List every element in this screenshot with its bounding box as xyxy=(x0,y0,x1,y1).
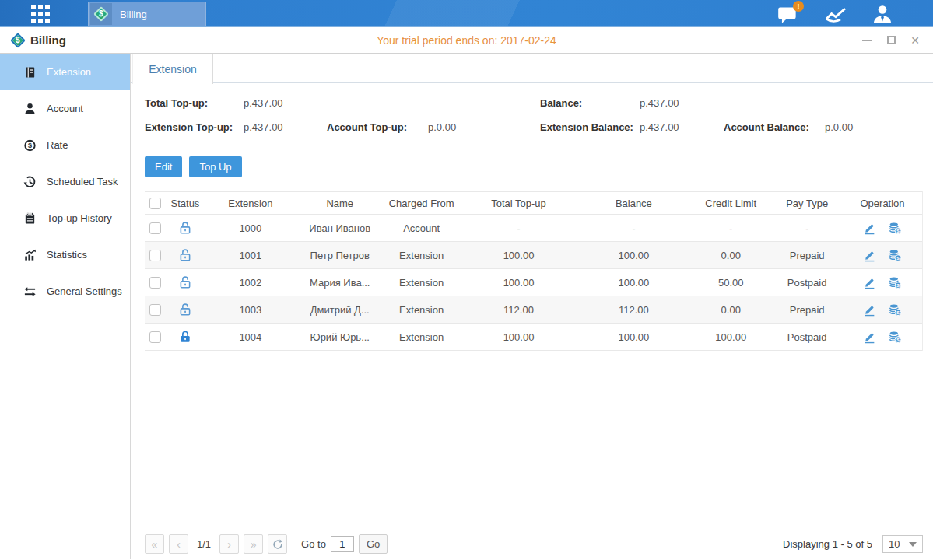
table-header: Status Extension Name Charged From Total… xyxy=(145,191,922,215)
edit-icon[interactable] xyxy=(863,331,876,344)
cell-balance: 100.00 xyxy=(577,250,690,261)
window-title-bar: Your trial period ends on: 2017-02-24 $ … xyxy=(0,27,933,54)
refresh-icon[interactable] xyxy=(268,534,287,554)
lock-closed-icon xyxy=(178,330,192,344)
column-header-operation: Operation xyxy=(843,198,922,209)
sidebar-item-scheduled-task[interactable]: Scheduled Task xyxy=(0,163,130,200)
cell-credit-limit: 0.00 xyxy=(690,250,771,261)
table-row: 1002Мария Ива...Extension100.00100.0050.… xyxy=(145,269,922,296)
select-all-checkbox[interactable] xyxy=(149,198,161,209)
topup-icon[interactable]: $ xyxy=(889,249,902,262)
cell-charged-from: Extension xyxy=(383,250,461,261)
sidebar-item-label: Top-up History xyxy=(47,212,112,224)
cell-pay-type: Prepaid xyxy=(771,304,843,316)
line-chart-icon[interactable] xyxy=(825,4,847,24)
status-lock-icon xyxy=(178,248,192,262)
row-checkbox[interactable] xyxy=(149,304,161,316)
sidebar-item-statistics[interactable]: Statistics xyxy=(0,236,130,273)
extension-topup-value: p.437.00 xyxy=(244,121,283,133)
sidebar-item-topup-history[interactable]: Top-up History xyxy=(0,200,130,236)
lock-open-icon xyxy=(178,221,192,235)
sidebar-item-rate[interactable]: $ Rate xyxy=(0,127,130,163)
cell-charged-from: Account xyxy=(383,222,461,234)
sidebar-item-general-settings[interactable]: General Settings xyxy=(0,273,130,310)
topup-icon[interactable]: $ xyxy=(889,331,902,344)
edit-button[interactable]: Edit xyxy=(145,156,182,177)
topup-icon[interactable]: $ xyxy=(889,222,902,235)
total-topup-label: Total Top-up: xyxy=(145,97,208,109)
cell-total-topup: 100.00 xyxy=(461,277,577,289)
tab-extension[interactable]: Extension xyxy=(132,54,213,84)
sidebar-item-label: Statistics xyxy=(47,249,87,261)
apps-grid-icon[interactable] xyxy=(31,5,50,23)
row-checkbox[interactable] xyxy=(149,222,161,234)
edit-icon[interactable] xyxy=(863,249,876,262)
cell-charged-from: Extension xyxy=(383,304,461,316)
edit-icon[interactable] xyxy=(863,222,876,235)
lock-open-icon xyxy=(178,248,192,262)
cell-name: Иван Иванов xyxy=(297,222,383,234)
first-page-icon[interactable]: « xyxy=(145,534,164,554)
displaying-count: Displaying 1 - 5 of 5 xyxy=(783,538,872,550)
cell-balance: 100.00 xyxy=(577,331,690,343)
edit-icon[interactable] xyxy=(863,303,876,317)
extension-table: Status Extension Name Charged From Total… xyxy=(145,191,923,351)
sidebar-item-label: Scheduled Task xyxy=(47,176,118,187)
sidebar-item-extension[interactable]: Extension xyxy=(0,54,130,90)
next-page-icon[interactable]: › xyxy=(219,534,239,554)
lock-open-icon xyxy=(178,275,192,289)
page-size-select[interactable]: 10 xyxy=(882,535,923,553)
cell-extension: 1000 xyxy=(204,222,297,234)
account-topup-value: p.0.00 xyxy=(428,121,456,133)
close-icon[interactable]: ✕ xyxy=(910,35,921,46)
user-icon[interactable] xyxy=(872,4,894,24)
column-header-total-topup: Total Top-up xyxy=(461,198,577,209)
statistics-icon xyxy=(23,248,37,262)
status-lock-icon xyxy=(178,303,192,317)
svg-text:$: $ xyxy=(28,142,32,149)
cell-operation: $ xyxy=(843,331,922,344)
column-header-balance: Balance xyxy=(577,198,690,209)
go-button[interactable]: Go xyxy=(359,534,388,554)
cell-name: Петр Петров xyxy=(297,250,383,261)
cell-name: Дмитрий Д... xyxy=(297,304,383,316)
minimize-icon[interactable] xyxy=(861,35,872,46)
row-checkbox[interactable] xyxy=(149,331,161,343)
chat-icon[interactable]: ! xyxy=(777,4,799,24)
sidebar-item-label: Rate xyxy=(47,139,68,151)
goto-page-input[interactable] xyxy=(331,536,354,552)
edit-icon[interactable] xyxy=(863,276,876,289)
maximize-icon[interactable] xyxy=(886,35,896,46)
column-header-extension: Extension xyxy=(204,198,297,209)
column-header-credit-limit: Credit Limit xyxy=(690,198,771,209)
svg-text:$: $ xyxy=(896,309,900,314)
svg-text:$: $ xyxy=(896,336,900,341)
cell-operation: $ xyxy=(843,303,922,317)
cell-balance: 112.00 xyxy=(577,304,690,316)
cell-operation: $ xyxy=(843,276,922,289)
status-lock-icon xyxy=(178,221,192,235)
topup-icon[interactable]: $ xyxy=(889,276,902,289)
cell-credit-limit: - xyxy=(690,222,771,234)
row-checkbox[interactable] xyxy=(149,250,161,261)
extension-icon xyxy=(23,65,37,79)
table-row: 1004Юрий Юрь...Extension100.00100.00100.… xyxy=(145,324,922,351)
cell-charged-from: Extension xyxy=(383,331,461,343)
top-up-button[interactable]: Top Up xyxy=(189,156,241,177)
last-page-icon[interactable]: » xyxy=(244,534,263,554)
tab-bar: Extension xyxy=(131,54,933,83)
cell-credit-limit: 0.00 xyxy=(690,304,771,316)
column-header-charged-from: Charged From xyxy=(383,198,461,209)
cell-pay-type: Postpaid xyxy=(771,331,843,343)
topup-icon[interactable]: $ xyxy=(889,303,902,317)
table-body: 1000Иван ИвановAccount---- $ 1001Петр Пе… xyxy=(145,215,922,351)
topup-history-icon xyxy=(23,212,37,226)
billing-app-tab[interactable]: $ Billing xyxy=(88,2,206,26)
pagination-bar: « ‹ 1/1 › » Go to Go Displaying 1 - 5 of… xyxy=(145,534,923,554)
row-checkbox[interactable] xyxy=(149,277,161,289)
scheduled-task-icon xyxy=(23,175,37,189)
sidebar-item-account[interactable]: Account xyxy=(0,90,130,127)
table-row: 1003Дмитрий Д...Extension112.00112.000.0… xyxy=(145,296,922,324)
rate-icon: $ xyxy=(23,138,37,152)
prev-page-icon[interactable]: ‹ xyxy=(169,534,188,554)
